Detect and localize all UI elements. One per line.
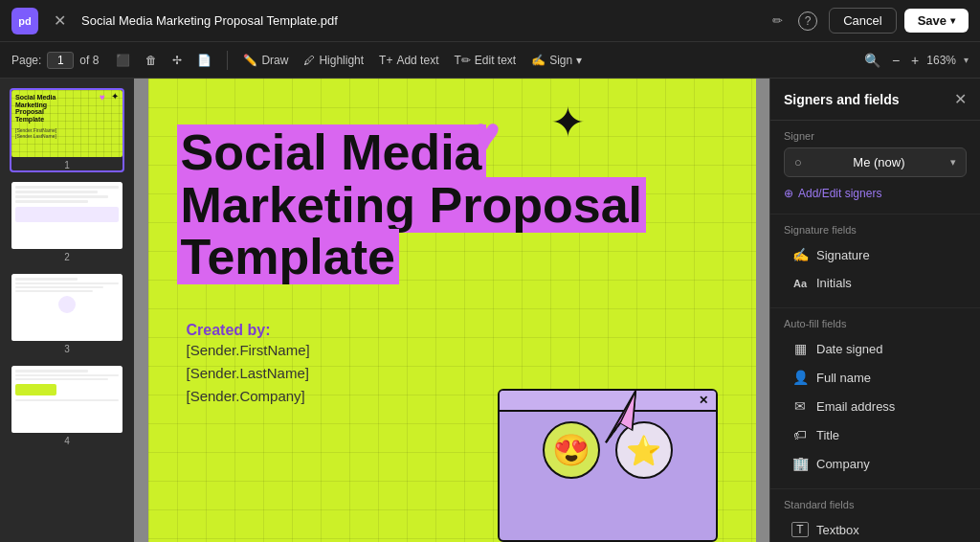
highlight-label: Highlight [319, 54, 364, 67]
pdf-created-text: Created by: [187, 322, 271, 338]
pdf-area: ♥ ✦ Social Media Marketing Proposal Temp… [134, 79, 769, 542]
company-label: Company [816, 457, 870, 471]
zoom-in-icon: + [911, 53, 919, 68]
pdf-created-label: Created by: [187, 322, 727, 339]
full-name-label: Full name [816, 371, 871, 385]
deco-heart: ♥ [474, 107, 501, 160]
textbox-label: Textbox [816, 523, 859, 537]
page-first-icon: ⬛ [116, 54, 130, 67]
search-icon: 🔍 [864, 53, 880, 68]
save-chevron-icon: ▾ [950, 15, 955, 26]
autofill-section: Auto-fill fields ▦ Date signed 👤 Full na… [770, 308, 980, 489]
page-prev-icon: 🗑 [145, 54, 157, 67]
initials-field-item[interactable]: Aa Initials [784, 270, 967, 296]
add-edit-label: Add/Edit signers [798, 187, 881, 200]
signature-field-label: Signature [816, 248, 870, 262]
main-layout: Social MediaMarketingProposalTemplate [S… [0, 79, 980, 542]
page-prev-button[interactable]: 🗑 [140, 50, 163, 71]
company-icon: 🏢 [791, 456, 809, 471]
top-bar: pd ✕ Social Media Marketing Proposal Tem… [0, 0, 980, 42]
title-label: Title [816, 428, 839, 442]
page-input[interactable] [47, 52, 74, 69]
autofill-section-label: Auto-fill fields [784, 318, 967, 329]
thumb-num-1: 1 [11, 160, 122, 170]
zoom-in-button[interactable]: + [907, 51, 923, 70]
pdf-title-line2: Marketing Proposal [181, 177, 643, 233]
signer-name: Me (now) [853, 155, 904, 169]
signer-section-label: Signer [784, 130, 967, 142]
add-text-button[interactable]: T+ Add text [373, 50, 444, 71]
page-first-button[interactable]: ⬛ [110, 50, 136, 71]
zoom-out-icon: − [892, 53, 900, 68]
pdf-title-line3: Template [181, 229, 395, 284]
close-button[interactable]: ✕ [50, 8, 70, 34]
pdf-placeholder-2: [Sender.LastName] [187, 362, 727, 385]
pdf-title-line3-highlight: Template [177, 229, 399, 284]
deco-star: ✦ [550, 98, 586, 147]
initials-field-label: Initials [816, 276, 852, 290]
standard-fields-label: Standard fields [784, 499, 967, 510]
page-icon-btn[interactable]: 📄 [191, 50, 217, 71]
signature-fields-section: Signature fields ✍ Signature Aa Initials [770, 215, 980, 308]
help-icon: ? [798, 11, 817, 31]
save-button[interactable]: Save ▾ [904, 9, 969, 33]
add-text-icon: T+ [379, 54, 392, 67]
date-signed-icon: ▦ [791, 341, 809, 356]
thumbnail-4[interactable]: 4 [10, 364, 124, 448]
move-icon: ✢ [172, 54, 182, 67]
emoji-face: 😍 [543, 421, 600, 479]
cancel-button[interactable]: Cancel [829, 8, 896, 34]
edit-text-label: Edit text [475, 54, 516, 67]
zoom-chevron-icon: ▾ [964, 55, 969, 65]
add-text-label: Add text [396, 54, 438, 67]
zoom-out-button[interactable]: − [888, 51, 903, 70]
textbox-icon: T [791, 522, 809, 537]
edit-filename-icon[interactable]: ✏ [772, 13, 783, 28]
highlight-button[interactable]: 🖊 Highlight [298, 50, 369, 71]
date-signed-field[interactable]: ▦ Date signed [784, 335, 967, 362]
highlight-icon: 🖊 [303, 54, 315, 67]
pdf-placeholder-1: [Sender.FirstName] [187, 339, 727, 362]
edit-text-icon: T✏ [454, 54, 470, 67]
thumb-num-2: 2 [11, 252, 122, 262]
sign-button[interactable]: ✍ Sign ▾ [525, 50, 588, 71]
panel-close-button[interactable]: ✕ [954, 90, 967, 108]
title-field-item[interactable]: 🏷 Title [784, 421, 967, 448]
sign-label: Sign [549, 54, 572, 67]
textbox-field-item[interactable]: T Textbox [784, 516, 967, 542]
initials-icon: Aa [791, 278, 809, 289]
pdf-created-by-section: Created by: [Sender.FirstName] [Sender.L… [187, 322, 727, 408]
signer-dropdown-chevron: ▾ [950, 156, 956, 169]
email-icon: ✉ [791, 398, 809, 414]
draw-icon: ✏️ [243, 54, 257, 67]
signature-icon: ✍ [791, 247, 809, 262]
pdf-page: ♥ ✦ Social Media Marketing Proposal Temp… [148, 79, 756, 542]
help-button[interactable]: ? [794, 8, 821, 34]
draw-button[interactable]: ✏️ Draw [237, 50, 294, 71]
pdf-content: Social Media Marketing Proposal Template… [148, 79, 756, 427]
page-label: Page: [11, 54, 41, 67]
title-icon: 🏷 [791, 427, 809, 442]
file-name: Social Media Marketing Proposal Template… [81, 13, 757, 28]
panel-header: Signers and fields ✕ [770, 79, 980, 121]
signature-field-item[interactable]: ✍ Signature [784, 241, 967, 268]
panel-body: Signer ○ Me (now) ▾ ⊕ Add/Edit signers S… [770, 121, 980, 542]
search-zoom-button[interactable]: 🔍 [860, 51, 884, 70]
full-name-field[interactable]: 👤 Full name [784, 364, 967, 391]
add-edit-signers-button[interactable]: ⊕ Add/Edit signers [784, 183, 881, 204]
thumbnail-1[interactable]: Social MediaMarketingProposalTemplate [S… [10, 88, 124, 172]
company-field-item[interactable]: 🏢 Company [784, 450, 967, 477]
signer-dropdown[interactable]: ○ Me (now) ▾ [784, 147, 967, 177]
signature-fields-label: Signature fields [784, 224, 967, 236]
thumbnail-2[interactable]: 2 [10, 180, 124, 264]
sign-icon: ✍ [531, 54, 546, 67]
thumb-num-3: 3 [11, 344, 122, 354]
pdf-title-line1: Social Media [181, 124, 482, 180]
move-button[interactable]: ✢ [167, 50, 188, 71]
panel-title: Signers and fields [784, 92, 900, 107]
top-bar-actions: ? Cancel Save ▾ [794, 8, 969, 34]
email-field-item[interactable]: ✉ Email address [784, 393, 967, 419]
edit-text-button[interactable]: T✏ Edit text [448, 50, 522, 71]
thumbnail-3[interactable]: 3 [10, 272, 124, 356]
add-edit-icon: ⊕ [784, 187, 793, 200]
